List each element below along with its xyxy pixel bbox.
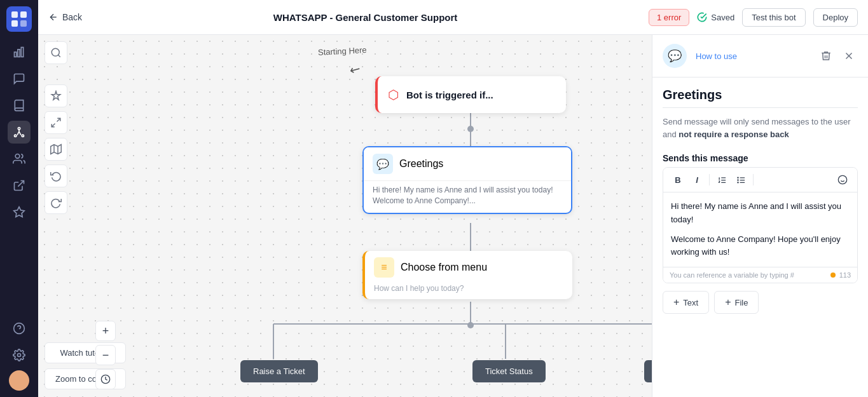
- delete-button[interactable]: [817, 47, 835, 65]
- menu-body: How can I help you today?: [365, 284, 572, 299]
- how-to-use-link[interactable]: How to use: [696, 51, 737, 61]
- menu-header: ≡ Choose from menu: [365, 251, 572, 284]
- close-icon: [843, 50, 855, 62]
- trigger-node[interactable]: ⬡ Bot is triggered if...: [375, 76, 566, 113]
- zoom-in-button[interactable]: +: [95, 321, 116, 341]
- sidebar-item-chat[interactable]: [8, 67, 31, 90]
- back-button[interactable]: Back: [48, 12, 82, 22]
- sends-message-title: Sends this message: [652, 148, 868, 167]
- trigger-icon: ⬡: [388, 87, 399, 102]
- svg-line-18: [58, 55, 60, 57]
- starting-arrow-icon: ↙: [347, 60, 364, 78]
- redo-button[interactable]: [45, 191, 67, 214]
- sidebar-item-flow[interactable]: [8, 121, 31, 144]
- search-button[interactable]: [45, 41, 67, 64]
- choice-ticket-status[interactable]: Ticket Status: [472, 360, 546, 382]
- add-buttons-row: + Text + File: [652, 283, 868, 321]
- zoom-controls: + −: [95, 321, 116, 389]
- add-file-button[interactable]: + File: [714, 291, 759, 314]
- clock-icon: [100, 374, 111, 384]
- undo-icon: [50, 170, 62, 182]
- greeting-node[interactable]: 💬 Greetings Hi there! My name is Anne an…: [362, 146, 572, 214]
- map-button[interactable]: [45, 138, 67, 161]
- check-circle-icon: [697, 12, 707, 22]
- orange-dot-icon: [830, 273, 836, 278]
- panel-desc-bold: not require a response back: [679, 130, 789, 139]
- choice-ticket-status-label: Ticket Status: [485, 367, 533, 376]
- sidebar-item-settings[interactable]: [8, 344, 31, 367]
- menu-node[interactable]: ≡ Choose from menu How can I help you to…: [362, 251, 572, 299]
- svg-marker-12: [14, 207, 25, 217]
- sidebar-item-help[interactable]: [8, 317, 31, 340]
- canvas-toolbar: [45, 41, 67, 214]
- svg-rect-5: [18, 50, 20, 57]
- svg-rect-2: [11, 20, 18, 27]
- add-text-label: Text: [683, 298, 698, 307]
- svg-line-20: [52, 124, 55, 127]
- svg-point-17: [52, 48, 59, 56]
- toolbar-divider1: [709, 174, 710, 185]
- sidebar-item-chart[interactable]: [8, 41, 31, 64]
- menu-title: Choose from menu: [401, 262, 487, 273]
- unordered-list-button[interactable]: [733, 172, 749, 188]
- undo-button[interactable]: [45, 165, 67, 187]
- editor-content[interactable]: Hi there! My name is Anne and I will ass…: [663, 192, 857, 267]
- svg-rect-0: [11, 11, 18, 18]
- greeting-body: Hi there! My name is Anne and I will ass…: [364, 180, 571, 213]
- expand-icon: [50, 117, 62, 128]
- add-text-icon: +: [673, 297, 679, 308]
- choice-raise-ticket-label: Raise a Ticket: [253, 367, 305, 376]
- svg-point-46: [737, 177, 738, 178]
- editor-line2: Welcome to Anne Company! Hope you'll enj…: [671, 233, 850, 260]
- greeting-header: 💬 Greetings: [364, 147, 571, 180]
- svg-rect-3: [20, 20, 27, 27]
- avatar[interactable]: [9, 370, 29, 391]
- trigger-title: Bot is triggered if...: [406, 90, 493, 100]
- deploy-button[interactable]: Deploy: [813, 8, 858, 27]
- svg-point-7: [18, 128, 20, 130]
- svg-rect-1: [20, 11, 27, 18]
- magic-button[interactable]: [45, 84, 67, 107]
- zoom-out-button[interactable]: −: [95, 345, 116, 365]
- error-badge: 1 error: [649, 9, 689, 26]
- choice-other[interactable]: S...: [644, 360, 652, 382]
- panel-description: Send message will only send messages to …: [652, 108, 868, 148]
- sidebar-item-book[interactable]: [8, 94, 31, 117]
- logo[interactable]: [6, 6, 32, 32]
- sidebar-item-plug[interactable]: [8, 174, 31, 197]
- choice-raise-ticket[interactable]: Raise a Ticket: [240, 360, 318, 382]
- sidebar-item-users[interactable]: [8, 147, 31, 170]
- ordered-list-icon: [717, 175, 727, 185]
- magic-icon: [50, 90, 62, 102]
- italic-button[interactable]: I: [689, 172, 705, 188]
- unordered-list-icon: [736, 175, 746, 185]
- close-button[interactable]: [840, 47, 858, 65]
- svg-point-10: [15, 154, 20, 159]
- map-icon: [50, 144, 62, 155]
- redo-icon: [50, 197, 62, 208]
- time-button[interactable]: [95, 369, 116, 389]
- emoji-button[interactable]: [834, 172, 851, 188]
- saved-label: Saved: [711, 13, 734, 22]
- expand-button[interactable]: [45, 111, 67, 134]
- page-title: WHATSAPP - General Customer Support: [90, 12, 641, 23]
- add-text-button[interactable]: + Text: [663, 291, 709, 314]
- sidebar-item-star[interactable]: [8, 201, 31, 224]
- bold-button[interactable]: B: [670, 172, 686, 188]
- starting-label: Starting Here: [318, 45, 367, 57]
- svg-rect-4: [15, 52, 17, 57]
- svg-rect-6: [21, 48, 23, 57]
- greeting-icon: 💬: [373, 154, 393, 174]
- editor-footer: You can reference a variable by typing #…: [663, 267, 857, 283]
- svg-point-8: [15, 135, 17, 137]
- svg-line-19: [57, 118, 60, 121]
- menu-icon: ≡: [374, 257, 394, 278]
- svg-point-15: [18, 354, 21, 357]
- back-label: Back: [62, 12, 82, 22]
- test-bot-button[interactable]: Test this bot: [742, 8, 805, 27]
- panel-title: Greetings: [652, 77, 868, 107]
- editor-toolbar: B I: [663, 168, 857, 192]
- search-icon: [50, 47, 62, 58]
- ordered-list-button[interactable]: [713, 172, 730, 188]
- canvas-area: Starting Here ↙ ⬡ Bot is triggered if...…: [38, 35, 652, 397]
